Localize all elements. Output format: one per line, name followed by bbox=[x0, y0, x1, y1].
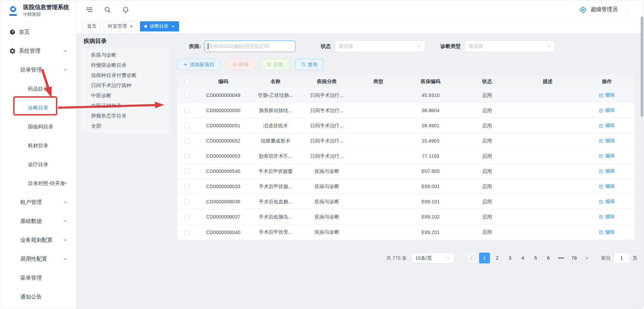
chevron-down-icon bbox=[63, 257, 68, 261]
tab-科室管理[interactable]: 科室管理 × bbox=[104, 21, 137, 31]
sidebar-item[interactable]: 诊断目录 bbox=[0, 98, 76, 117]
row-checkbox[interactable] bbox=[184, 108, 189, 113]
page-button-5[interactable]: 5 bbox=[530, 253, 541, 263]
catalog-list-item[interactable]: 特慢病诊断目录 bbox=[81, 60, 169, 70]
chevron-down-icon bbox=[63, 238, 68, 242]
collapse-sidebar-icon[interactable] bbox=[86, 6, 93, 14]
sidebar-item-label: 目录管理 bbox=[20, 67, 42, 74]
enable-button[interactable]: 启用 bbox=[261, 59, 289, 70]
disable-button[interactable]: 停用 bbox=[227, 59, 255, 70]
circle-plus-icon bbox=[267, 62, 271, 67]
diag-type-filter-label: 诊断类型 bbox=[440, 43, 461, 50]
edit-button[interactable]: 编辑 bbox=[599, 137, 615, 144]
page-button-78[interactable]: 78 bbox=[569, 253, 580, 263]
edit-button[interactable]: 编辑 bbox=[599, 107, 615, 113]
sidebar-item[interactable]: 耗材目录 bbox=[0, 136, 76, 155]
query-button[interactable]: 查询 bbox=[295, 59, 323, 70]
header-状态: 状态 bbox=[458, 78, 517, 85]
edit-button[interactable]: 编辑 bbox=[599, 92, 615, 98]
tab-诊断目录[interactable]: 诊断目录 × bbox=[140, 21, 179, 31]
page-button-6[interactable]: 6 bbox=[543, 253, 554, 263]
sidebar-item[interactable]: 系统管理 bbox=[0, 42, 76, 60]
sidebar-item[interactable]: 基础数据 bbox=[0, 212, 76, 231]
sidebar-item[interactable]: 通知公告 bbox=[0, 287, 76, 306]
catalog-list-item[interactable]: 按病种目录付费诊断 bbox=[81, 70, 169, 80]
sidebar-item[interactable]: 菜单管理 bbox=[0, 268, 76, 287]
user-avatar-icon bbox=[579, 5, 587, 14]
edit-button[interactable]: 编辑 bbox=[599, 198, 615, 205]
edit-button[interactable]: 编辑 bbox=[599, 229, 615, 235]
catalog-list-item[interactable]: 肿瘤形态学目录 bbox=[81, 111, 169, 121]
search-icon[interactable] bbox=[104, 6, 111, 14]
edit-label: 编辑 bbox=[605, 168, 615, 174]
edit-button[interactable]: 编辑 bbox=[599, 183, 615, 189]
catalog-list-item[interactable]: 中医证候目录 bbox=[81, 101, 169, 111]
edit-icon bbox=[599, 108, 604, 113]
edit-button[interactable]: 编辑 bbox=[599, 122, 615, 129]
disease-search-input[interactable]: 名称/ICD10编码/拼音助记码 bbox=[204, 41, 295, 52]
row-checkbox[interactable] bbox=[184, 93, 189, 98]
status-select[interactable]: 请选择 bbox=[335, 41, 425, 52]
sidebar-item[interactable]: 诊疗目录 bbox=[0, 155, 76, 174]
sidebar-item[interactable]: 国临码目录 bbox=[0, 117, 76, 136]
total-count: 共 775 条 bbox=[386, 255, 407, 261]
goto-page-input[interactable] bbox=[614, 253, 630, 263]
close-icon[interactable]: × bbox=[172, 24, 175, 29]
sidebar-item[interactable]: 目录管理 bbox=[0, 60, 76, 79]
tab-label: 科室管理 bbox=[108, 23, 127, 29]
row-checkbox[interactable] bbox=[184, 154, 189, 159]
row-checkbox[interactable] bbox=[184, 230, 189, 235]
row-checkbox[interactable] bbox=[184, 123, 189, 128]
disable-label: 停用 bbox=[239, 61, 249, 68]
bell-icon[interactable] bbox=[122, 6, 129, 14]
more-pages-button[interactable]: ••• bbox=[556, 253, 567, 263]
sidebar-item[interactable]: 业务规则配置 bbox=[0, 231, 76, 250]
sidebar-item[interactable]: 租户管理 bbox=[0, 193, 76, 212]
row-checkbox[interactable] bbox=[184, 138, 189, 144]
diag-type-select[interactable]: 请选择 bbox=[465, 41, 555, 52]
select-all-checkbox[interactable] bbox=[184, 79, 189, 84]
chevron-left-icon bbox=[469, 256, 474, 260]
sidebar-item[interactable]: 首页 bbox=[0, 23, 76, 42]
add-item-button[interactable]: 添加新项目 bbox=[177, 59, 220, 70]
user-menu[interactable]: 超级管理员 bbox=[579, 5, 627, 14]
sidebar-item-label: 首页 bbox=[19, 29, 30, 36]
cell-name: 空肠-乙状结肠... bbox=[250, 92, 301, 99]
edit-button[interactable]: 编辑 bbox=[599, 153, 615, 159]
cell-name: 手术后甲状旁... bbox=[250, 229, 301, 235]
filter-row: 疾病: 名称/ICD10编码/拼音助记码 状态 请选择 诊断类型 请选择 bbox=[177, 41, 635, 52]
close-icon[interactable]: × bbox=[130, 24, 133, 29]
cell-insurance-code: 77.1103 bbox=[404, 153, 458, 159]
cell-category: 疾病与诊断 bbox=[301, 199, 353, 205]
page-button-3[interactable]: 3 bbox=[505, 253, 516, 263]
sidebar-item[interactable]: 易用性配置 bbox=[0, 250, 76, 268]
prev-page-button[interactable] bbox=[466, 253, 477, 263]
header-描述: 描述 bbox=[517, 78, 579, 85]
next-page-button[interactable] bbox=[582, 253, 592, 263]
gear-icon bbox=[9, 48, 16, 54]
catalog-list-item[interactable]: 疾病与诊断 bbox=[81, 50, 169, 60]
catalog-list-item[interactable]: 日间手术治疗病种 bbox=[81, 80, 169, 91]
sidebar-item[interactable]: 目录对照-待开发 bbox=[0, 174, 76, 193]
vertical-scrollbar[interactable] bbox=[641, 17, 643, 117]
tab-首页[interactable]: 首页 bbox=[83, 21, 101, 31]
edit-button[interactable]: 编辑 bbox=[599, 168, 615, 174]
sidebar-item[interactable]: 药品目录 bbox=[0, 79, 76, 98]
cell-category: 疾病与诊断 bbox=[301, 168, 353, 175]
row-checkbox[interactable] bbox=[184, 199, 189, 204]
cell-category: 日间手术治疗... bbox=[301, 123, 353, 129]
cell-status: 启用 bbox=[458, 199, 517, 205]
catalog-list-item[interactable]: 中医诊断 bbox=[81, 91, 169, 101]
tab-label: 首页 bbox=[87, 23, 96, 29]
page-button-2[interactable]: 2 bbox=[492, 253, 503, 263]
edit-button[interactable]: 编辑 bbox=[599, 213, 615, 220]
cell-code: CD0000000052 bbox=[196, 138, 250, 144]
page-button-1[interactable]: 1 bbox=[479, 253, 490, 263]
row-checkbox[interactable] bbox=[184, 169, 189, 174]
catalog-list-item[interactable]: 全部 bbox=[81, 121, 169, 131]
page-size-select[interactable]: 10条/页 bbox=[412, 253, 454, 263]
page-button-4[interactable]: 4 bbox=[518, 253, 528, 263]
chevron-down-icon bbox=[63, 219, 68, 224]
row-checkbox[interactable] bbox=[184, 214, 189, 220]
row-checkbox[interactable] bbox=[184, 184, 189, 189]
